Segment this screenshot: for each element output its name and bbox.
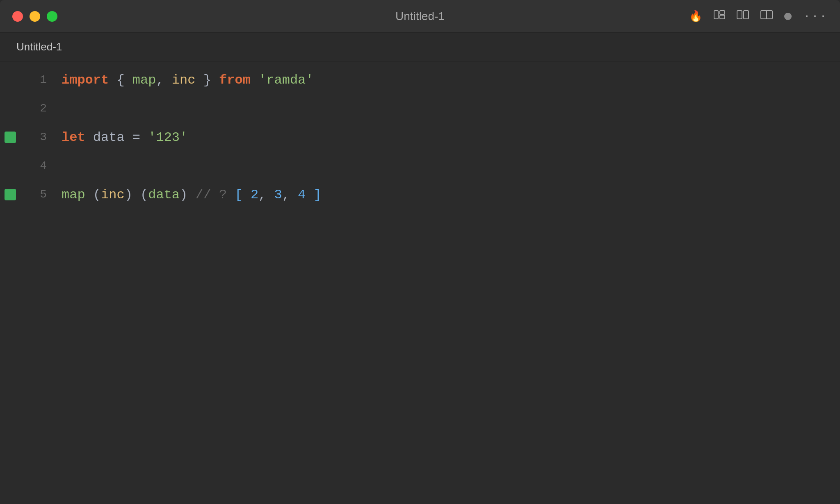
token-comment: // ? — [195, 187, 235, 202]
code-line-4 — [62, 152, 833, 180]
token-import: import — [62, 73, 109, 88]
token-let: let — [62, 130, 85, 145]
editor-window: Untitled-1 🔥 — [0, 0, 840, 504]
token-map: map — [132, 73, 156, 88]
fire-icon[interactable]: 🔥 — [689, 10, 702, 23]
token-string-123: '123' — [148, 130, 187, 145]
token-brace-open: { — [109, 73, 132, 88]
token-comma-2: , — [258, 187, 274, 202]
more-icon[interactable]: ··· — [803, 9, 828, 23]
code-line-1: import { map , inc } from 'ramda' — [62, 66, 833, 94]
code-area[interactable]: import { map , inc } from 'ramda' let da… — [53, 61, 833, 504]
token-space-2 — [140, 130, 148, 145]
token-from: from — [219, 73, 251, 88]
token-inc-2: inc — [101, 187, 125, 202]
token-comma-3: , — [282, 187, 298, 202]
token-num-3: 3 — [274, 187, 282, 202]
token-data-fn: data — [148, 187, 180, 202]
line-num-1: 1 — [40, 66, 47, 94]
token-space-1 — [251, 73, 258, 88]
breakpoint-slot-5[interactable] — [5, 180, 16, 209]
line-num-4: 4 — [40, 152, 47, 180]
tab-bar: Untitled-1 — [0, 33, 840, 61]
breakpoint-3[interactable] — [5, 132, 16, 143]
token-paren-1: ( — [85, 187, 101, 202]
maximize-button[interactable] — [47, 11, 57, 22]
split-icon[interactable] — [760, 10, 773, 23]
breakpoint-column — [0, 61, 21, 504]
minimize-button[interactable] — [30, 11, 40, 22]
code-line-3: let data = '123' — [62, 123, 833, 152]
svg-rect-2 — [720, 15, 725, 19]
line-num-5: 5 — [40, 180, 47, 209]
token-num-4: 4 — [298, 187, 306, 202]
svg-rect-3 — [737, 11, 742, 19]
titlebar-left — [12, 11, 57, 22]
token-var-data: data — [85, 130, 132, 145]
traffic-lights — [12, 11, 57, 22]
svg-rect-1 — [720, 11, 725, 14]
token-brace-close: } — [195, 73, 219, 88]
token-inc: inc — [172, 73, 196, 88]
vertical-scrollbar[interactable] — [833, 61, 840, 504]
line-num-2: 2 — [40, 94, 47, 123]
token-num-2: 2 — [251, 187, 258, 202]
tab-untitled-1[interactable]: Untitled-1 — [8, 37, 70, 57]
window-title: Untitled-1 — [395, 10, 445, 23]
editor-container: 1 2 3 4 5 import { map , inc } from 'ram… — [0, 61, 840, 504]
code-line-5: map ( inc ) ( data ) // ? [ 2 , 3 , 4 ] — [62, 180, 833, 209]
token-map-2: map — [62, 187, 85, 202]
columns-icon[interactable] — [737, 10, 749, 23]
svg-rect-4 — [744, 11, 749, 19]
breakpoint-5[interactable] — [5, 189, 16, 200]
line-num-3: 3 — [40, 123, 47, 152]
token-string-ramda: 'ramda' — [258, 73, 313, 88]
layout-icon[interactable] — [714, 10, 725, 23]
token-comma-1: , — [156, 73, 171, 88]
unsaved-indicator — [784, 13, 792, 20]
titlebar-right: 🔥 ··· — [689, 9, 828, 23]
token-bracket-close: ] — [306, 187, 321, 202]
line-numbers: 1 2 3 4 5 — [21, 61, 53, 504]
breakpoint-slot-3[interactable] — [5, 123, 16, 152]
token-paren-3: ) — [180, 187, 195, 202]
close-button[interactable] — [12, 11, 23, 22]
token-eq: = — [132, 130, 140, 145]
token-paren-2: ) ( — [125, 187, 148, 202]
titlebar: Untitled-1 🔥 — [0, 0, 840, 33]
code-line-2 — [62, 94, 833, 123]
svg-rect-0 — [714, 11, 718, 19]
token-bracket-open: [ — [235, 187, 250, 202]
